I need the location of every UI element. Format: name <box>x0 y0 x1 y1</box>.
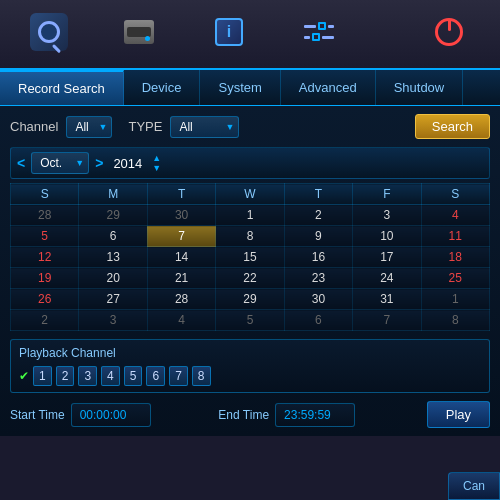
calendar-cell[interactable]: 7 <box>353 310 421 331</box>
calendar-cell[interactable]: 17 <box>353 247 421 268</box>
prev-month-button[interactable]: < <box>17 155 25 171</box>
cal-day-header: T <box>147 184 215 205</box>
calendar-cell[interactable]: 11 <box>421 226 489 247</box>
calendar-cell[interactable]: 13 <box>79 247 147 268</box>
calendar-cell[interactable]: 12 <box>11 247 79 268</box>
calendar-cell[interactable]: 15 <box>216 247 284 268</box>
calendar-cell[interactable]: 23 <box>284 268 352 289</box>
end-time-group: End Time <box>218 403 418 427</box>
channel-num-button[interactable]: 5 <box>124 366 143 386</box>
calendar-cell[interactable]: 9 <box>284 226 352 247</box>
year-up-icon[interactable]: ▲ <box>152 153 161 163</box>
search-button[interactable]: Search <box>415 114 490 139</box>
channel-num-button[interactable]: 4 <box>101 366 120 386</box>
cal-day-header: S <box>11 184 79 205</box>
calendar-cell[interactable]: 16 <box>284 247 352 268</box>
calendar-cell[interactable]: 18 <box>421 247 489 268</box>
calendar-cell[interactable]: 4 <box>421 205 489 226</box>
start-time-input[interactable] <box>71 403 151 427</box>
calendar-year: 2014 <box>113 156 142 171</box>
playback-title: Playback Channel <box>19 346 481 360</box>
tab-record-search[interactable]: Record Search <box>0 70 124 105</box>
tab-system[interactable]: System <box>200 70 280 105</box>
calendar-nav: < Oct. Jan.Feb.Mar. Apr.May.Jun. Jul.Aug… <box>10 147 490 179</box>
cal-day-header: S <box>421 184 489 205</box>
filter-row: Channel All 12 TYPE All Motion Alarm Sea… <box>10 114 490 139</box>
next-month-button[interactable]: > <box>95 155 103 171</box>
calendar-cell[interactable]: 28 <box>11 205 79 226</box>
bottom-row: Start Time End Time Play <box>10 401 490 428</box>
channel-num-button[interactable]: 1 <box>33 366 52 386</box>
cal-day-header: T <box>284 184 352 205</box>
nav-record-search[interactable] <box>10 8 90 61</box>
calendar-cell[interactable]: 5 <box>11 226 79 247</box>
calendar-cell[interactable]: 6 <box>79 226 147 247</box>
calendar-cell[interactable]: 29 <box>79 205 147 226</box>
calendar-table: SMTWTFS 28293012345678910111213141516171… <box>10 183 490 331</box>
calendar-cell[interactable]: 3 <box>353 205 421 226</box>
main-content: Channel All 12 TYPE All Motion Alarm Sea… <box>0 106 500 436</box>
calendar-cell[interactable]: 1 <box>216 205 284 226</box>
play-button[interactable]: Play <box>427 401 490 428</box>
nav-shutdown[interactable] <box>410 8 490 61</box>
channel-num-button[interactable]: 3 <box>78 366 97 386</box>
month-select-wrapper[interactable]: Oct. Jan.Feb.Mar. Apr.May.Jun. Jul.Aug.S… <box>31 152 89 174</box>
calendar-cell[interactable]: 24 <box>353 268 421 289</box>
calendar-cell[interactable]: 30 <box>284 289 352 310</box>
cancel-button[interactable]: Can <box>448 472 500 500</box>
calendar-cell[interactable]: 31 <box>353 289 421 310</box>
channel-num-button[interactable]: 6 <box>146 366 165 386</box>
tab-device[interactable]: Device <box>124 70 201 105</box>
channel-label: Channel <box>10 119 58 134</box>
cal-day-header: M <box>79 184 147 205</box>
year-stepper[interactable]: ▲ ▼ <box>152 153 161 173</box>
nav-system[interactable]: i <box>190 8 270 61</box>
nav-advanced[interactable] <box>280 8 360 61</box>
month-select[interactable]: Oct. Jan.Feb.Mar. Apr.May.Jun. Jul.Aug.S… <box>31 152 89 174</box>
calendar-cell[interactable]: 2 <box>284 205 352 226</box>
channel-num-button[interactable]: 8 <box>192 366 211 386</box>
channel-select[interactable]: All 12 <box>66 116 112 138</box>
calendar-cell[interactable]: 4 <box>147 310 215 331</box>
end-time-input[interactable] <box>275 403 355 427</box>
calendar-cell[interactable]: 6 <box>284 310 352 331</box>
playback-channel-box: Playback Channel ✔12345678 <box>10 339 490 393</box>
top-navigation: i <box>0 0 500 70</box>
start-time-group: Start Time <box>10 403 210 427</box>
calendar-cell[interactable]: 7 <box>147 226 215 247</box>
cal-day-header: F <box>353 184 421 205</box>
calendar-cell[interactable]: 5 <box>216 310 284 331</box>
calendar-cell[interactable]: 3 <box>79 310 147 331</box>
calendar-cell[interactable]: 29 <box>216 289 284 310</box>
channel-numbers: ✔12345678 <box>19 366 481 386</box>
channel-check-icon: ✔ <box>19 369 29 383</box>
nav-device[interactable] <box>100 8 180 61</box>
calendar-cell[interactable]: 10 <box>353 226 421 247</box>
calendar-cell[interactable]: 8 <box>421 310 489 331</box>
calendar-cell[interactable]: 30 <box>147 205 215 226</box>
year-down-icon[interactable]: ▼ <box>152 163 161 173</box>
tab-shutdown[interactable]: Shutdow <box>376 70 464 105</box>
start-time-label: Start Time <box>10 408 65 422</box>
channel-num-button[interactable]: 7 <box>169 366 188 386</box>
calendar-cell[interactable]: 2 <box>11 310 79 331</box>
channel-select-wrapper[interactable]: All 12 <box>66 116 112 138</box>
calendar-cell[interactable]: 21 <box>147 268 215 289</box>
calendar-cell[interactable]: 28 <box>147 289 215 310</box>
calendar-cell[interactable]: 14 <box>147 247 215 268</box>
calendar-cell[interactable]: 27 <box>79 289 147 310</box>
type-select[interactable]: All Motion Alarm <box>170 116 239 138</box>
calendar-cell[interactable]: 8 <box>216 226 284 247</box>
calendar-cell[interactable]: 20 <box>79 268 147 289</box>
calendar-cell[interactable]: 25 <box>421 268 489 289</box>
calendar-cell[interactable]: 22 <box>216 268 284 289</box>
calendar-cell[interactable]: 26 <box>11 289 79 310</box>
type-select-wrapper[interactable]: All Motion Alarm <box>170 116 239 138</box>
calendar-cell[interactable]: 19 <box>11 268 79 289</box>
calendar-cell[interactable]: 1 <box>421 289 489 310</box>
channel-num-button[interactable]: 2 <box>56 366 75 386</box>
end-time-label: End Time <box>218 408 269 422</box>
tab-advanced[interactable]: Advanced <box>281 70 376 105</box>
tab-bar: Record Search Device System Advanced Shu… <box>0 70 500 106</box>
type-label: TYPE <box>128 119 162 134</box>
